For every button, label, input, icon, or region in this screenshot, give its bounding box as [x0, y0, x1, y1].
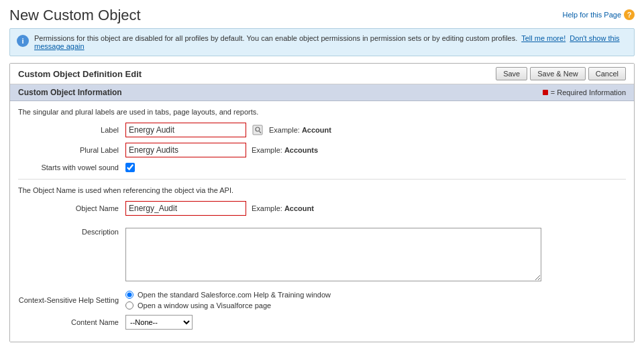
radio-option-1: Open the standard Salesforce.com Help & …	[125, 291, 331, 299]
content-name-row: Content Name --None--	[18, 315, 626, 330]
section-edit-title: Custom Object Definition Edit	[18, 69, 142, 79]
label-field-label: Label	[18, 126, 125, 134]
object-name-row: Object Name Example: Account	[18, 201, 626, 216]
vowel-field-label: Starts with vowel sound	[18, 163, 125, 171]
description-row: Description	[18, 228, 626, 281]
object-name-field-label: Object Name	[18, 204, 125, 212]
content-name-wrap: --None--	[125, 315, 193, 330]
content-name-select[interactable]: --None--	[125, 315, 193, 330]
plural-label-row: Plural Label Example: Accounts	[18, 143, 626, 157]
vowel-checkbox[interactable]	[125, 163, 135, 172]
label-example: Example: Account	[269, 126, 331, 134]
description-textarea[interactable]	[125, 228, 541, 281]
vowel-row: Starts with vowel sound	[18, 163, 626, 172]
content-name-label: Content Name	[18, 318, 125, 326]
help-setting-label: Context-Sensitive Help Setting	[18, 296, 125, 304]
object-name-field-wrap: Example: Account	[125, 201, 314, 216]
plural-label-field-label: Plural Label	[18, 146, 125, 154]
help-icon: ?	[624, 9, 635, 20]
lookup-icon[interactable]	[252, 124, 264, 136]
label-row: Label Example: Account	[18, 123, 626, 137]
required-legend: = Required Information	[543, 88, 626, 96]
form-separator-1	[18, 179, 626, 180]
help-link[interactable]: Help for this Page ?	[563, 9, 635, 20]
toolbar-buttons: Save Save & New Cancel	[496, 67, 626, 80]
required-indicator	[543, 90, 548, 95]
plural-label-input[interactable]	[125, 143, 246, 157]
save-new-button[interactable]: Save & New	[530, 67, 586, 80]
page-header: New Custom Object Help for this Page ?	[0, 0, 644, 28]
cancel-button[interactable]: Cancel	[588, 67, 626, 80]
radio-option-2: Open a window using a Visualforce page	[125, 301, 331, 309]
label-note: The singular and plural labels are used …	[18, 108, 626, 116]
api-note: The Object Name is used when referencing…	[18, 186, 626, 194]
section-top-bar: Custom Object Definition Edit Save Save …	[10, 64, 634, 84]
svg-rect-0	[253, 125, 262, 135]
radio-group: Open the standard Salesforce.com Help & …	[125, 291, 331, 309]
radio-standard[interactable]	[125, 291, 133, 299]
page-title: New Custom Object	[9, 7, 141, 24]
info-banner-text: Permissions for this object are disabled…	[34, 34, 627, 50]
subsection-title: Custom Object Information	[18, 88, 122, 97]
help-setting-row: Context-Sensitive Help Setting Open the …	[18, 291, 626, 309]
save-button[interactable]: Save	[496, 67, 527, 80]
required-text: = Required Information	[551, 88, 626, 96]
info-banner: i Permissions for this object are disabl…	[9, 28, 635, 56]
vowel-field-wrap	[125, 163, 135, 172]
description-field-wrap	[125, 228, 541, 281]
subsection-header: Custom Object Information = Required Inf…	[10, 84, 634, 101]
radio-visualforce[interactable]	[125, 301, 133, 309]
plural-label-example: Example: Accounts	[252, 146, 318, 154]
object-name-example: Example: Account	[252, 204, 314, 212]
help-setting-wrap: Open the standard Salesforce.com Help & …	[125, 291, 331, 309]
info-icon: i	[17, 35, 29, 47]
plural-label-field-wrap: Example: Accounts	[125, 143, 318, 157]
object-name-input[interactable]	[125, 201, 246, 216]
label-input[interactable]	[125, 123, 246, 137]
description-field-label: Description	[18, 228, 125, 236]
help-link-text: Help for this Page	[563, 11, 621, 19]
form-body: The singular and plural labels are used …	[10, 101, 634, 342]
tell-me-more-link[interactable]: Tell me more!	[521, 34, 566, 42]
section-container: Custom Object Definition Edit Save Save …	[9, 63, 635, 342]
label-field-wrap: Example: Account	[125, 123, 331, 137]
